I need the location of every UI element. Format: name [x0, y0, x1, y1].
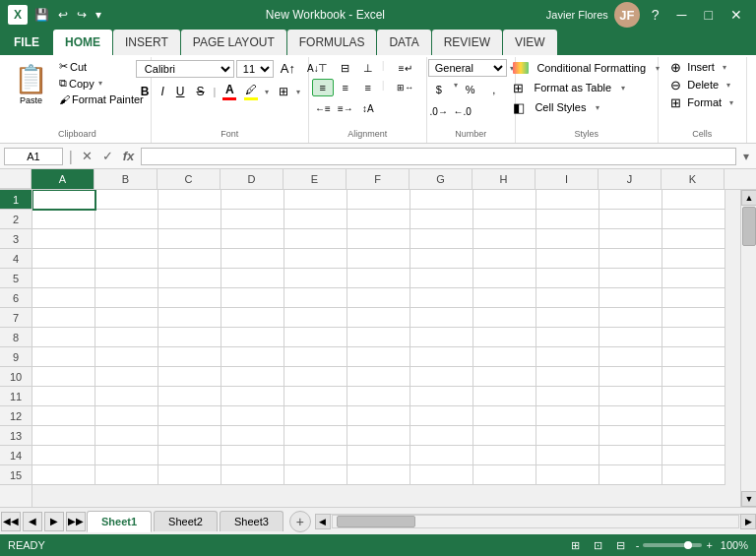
undo-button[interactable]: ↩ [55, 6, 71, 24]
vertical-scrollbar[interactable]: ▲ ▼ [740, 190, 756, 507]
row-header-3[interactable]: 3 [0, 229, 32, 249]
copy-button[interactable]: ⧉ Copy ▾ [56, 76, 147, 91]
row-header-6[interactable]: 6 [0, 288, 32, 308]
sheet-nav-next-button[interactable]: ▶ [44, 512, 64, 531]
col-header-A[interactable]: A [32, 169, 94, 189]
sheet-nav-last-button[interactable]: ▶▶ [66, 512, 86, 531]
hscroll-right-button[interactable]: ▶ [740, 514, 756, 529]
align-bottom-button[interactable]: ⊥ [357, 59, 379, 77]
minimize-button[interactable]: ─ [671, 5, 693, 25]
row-header-14[interactable]: 14 [0, 446, 32, 465]
sheet-tab-sheet3[interactable]: Sheet3 [220, 511, 284, 531]
cell-A11[interactable] [32, 387, 95, 406]
tab-formulas[interactable]: FORMULAS [287, 30, 377, 55]
cell-I1[interactable] [536, 190, 599, 210]
col-header-C[interactable]: C [158, 169, 220, 189]
decrease-indent-button[interactable]: ←≡ [312, 99, 334, 117]
cell-A8[interactable] [32, 328, 95, 347]
strikethrough-button[interactable]: S [192, 83, 210, 100]
save-button[interactable]: 💾 [32, 6, 52, 24]
col-header-K[interactable]: K [662, 169, 724, 189]
borders-button[interactable]: ⊞ [274, 83, 293, 100]
hscroll-thumb[interactable] [337, 516, 415, 527]
zoom-out-button[interactable]: - [636, 539, 640, 551]
increase-indent-button[interactable]: ≡→ [335, 99, 356, 117]
merge-center-button[interactable]: ⊞↔ [388, 79, 423, 96]
row-header-1[interactable]: 1 [0, 190, 32, 210]
col-header-I[interactable]: I [536, 169, 598, 189]
row-header-4[interactable]: 4 [0, 249, 32, 269]
sheet-nav-first-button[interactable]: ◀◀ [1, 512, 21, 531]
cell-H1[interactable] [473, 190, 536, 210]
col-header-E[interactable]: E [284, 169, 346, 189]
maximize-button[interactable]: □ [699, 5, 719, 25]
cell-A13[interactable] [32, 426, 95, 446]
sheet-nav-prev-button[interactable]: ◀ [23, 512, 42, 531]
tab-review[interactable]: REVIEW [432, 30, 502, 55]
scroll-up-button[interactable]: ▲ [741, 190, 756, 206]
zoom-in-button[interactable]: + [706, 539, 712, 551]
cell-F1[interactable] [347, 190, 410, 210]
row-header-5[interactable]: 5 [0, 269, 32, 288]
align-middle-button[interactable]: ⊟ [335, 59, 356, 77]
confirm-formula-button[interactable]: ✓ [99, 149, 116, 163]
cell-A6[interactable] [32, 288, 95, 308]
name-box[interactable] [4, 148, 63, 165]
underline-button[interactable]: U [171, 83, 190, 100]
hscroll-track[interactable] [332, 515, 739, 528]
cell-A4[interactable] [32, 249, 95, 269]
tab-home[interactable]: HOME [53, 30, 112, 55]
cell-A14[interactable] [32, 446, 95, 465]
customize-qat-button[interactable]: ▾ [93, 6, 104, 24]
row-header-9[interactable]: 9 [0, 347, 32, 367]
cell-styles-button[interactable]: Cell Styles [529, 99, 592, 115]
sheet-tab-sheet2[interactable]: Sheet2 [154, 511, 218, 531]
cell-A9[interactable] [32, 347, 95, 367]
formula-expand-button[interactable]: ▾ [740, 150, 752, 163]
tab-insert[interactable]: INSERT [113, 30, 180, 55]
cell-E1[interactable] [284, 190, 347, 210]
col-header-H[interactable]: H [472, 169, 536, 189]
hscroll-left-button[interactable]: ◀ [315, 514, 331, 529]
row-header-11[interactable]: 11 [0, 387, 32, 406]
conditional-formatting-button[interactable]: Conditional Formatting [531, 60, 652, 76]
paste-button[interactable]: 📋 Paste [8, 59, 54, 109]
increase-decimal-button[interactable]: .0→ [428, 102, 450, 120]
zoom-slider[interactable] [643, 543, 702, 547]
normal-view-button[interactable]: ⊞ [568, 538, 583, 553]
formula-input[interactable] [141, 148, 736, 165]
font-color-button[interactable]: A [220, 82, 239, 101]
corner-cell[interactable] [0, 169, 32, 189]
scroll-down-button[interactable]: ▼ [741, 491, 756, 507]
cell-A12[interactable] [32, 406, 95, 426]
page-layout-view-button[interactable]: ⊡ [591, 538, 605, 553]
font-size-select[interactable]: 11 8910 121416 [236, 60, 274, 78]
comma-button[interactable]: , [483, 81, 505, 98]
scroll-thumb[interactable] [742, 207, 756, 246]
row-header-8[interactable]: 8 [0, 328, 32, 347]
cell-C1[interactable] [158, 190, 221, 210]
accounting-button[interactable]: $ [428, 81, 450, 98]
bold-button[interactable]: B [136, 83, 155, 100]
page-break-view-button[interactable]: ⊟ [613, 538, 628, 553]
align-right-button[interactable]: ≡ [357, 79, 379, 96]
cell-A1[interactable] [32, 190, 95, 210]
row-header-2[interactable]: 2 [0, 210, 32, 229]
tab-view[interactable]: VIEW [503, 30, 557, 55]
tab-page-layout[interactable]: PAGE LAYOUT [181, 30, 286, 55]
row-header-15[interactable]: 15 [0, 465, 32, 485]
insert-function-button[interactable]: fx [120, 149, 138, 163]
row-header-7[interactable]: 7 [0, 308, 32, 328]
format-button[interactable]: Format [683, 94, 725, 110]
align-left-button[interactable]: ≡ [312, 79, 334, 96]
row-header-12[interactable]: 12 [0, 406, 32, 426]
format-as-table-button[interactable]: Format as Table [528, 80, 617, 95]
tab-data[interactable]: DATA [377, 30, 430, 55]
increase-font-button[interactable]: A↑ [276, 59, 300, 78]
cell-D1[interactable] [221, 190, 284, 210]
decrease-decimal-button[interactable]: ←.0 [452, 102, 473, 120]
row-header-10[interactable]: 10 [0, 367, 32, 387]
col-header-B[interactable]: B [94, 169, 158, 189]
col-header-J[interactable]: J [598, 169, 662, 189]
cell-K1[interactable] [662, 190, 725, 210]
